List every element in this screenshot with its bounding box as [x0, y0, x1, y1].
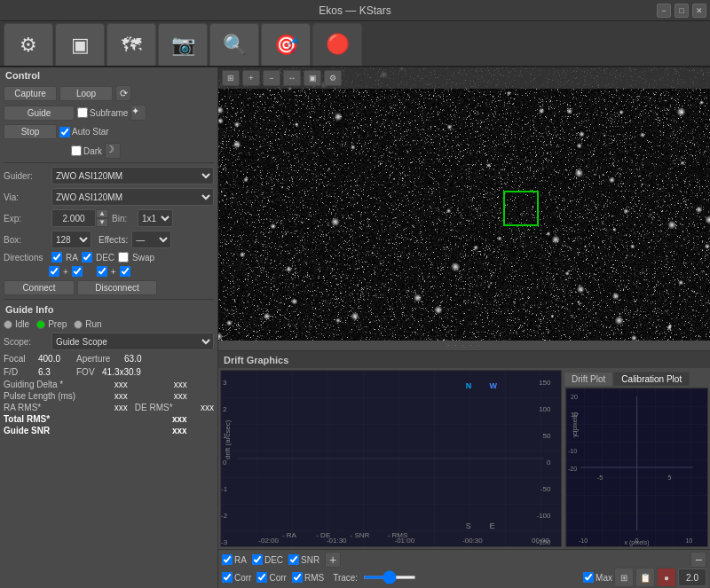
- plus-dec-checkbox[interactable]: [97, 266, 107, 277]
- grid-icon-button[interactable]: ⊞: [614, 568, 634, 587]
- svg-text:- RA: - RA: [282, 531, 297, 539]
- swap-checkbox[interactable]: [118, 252, 129, 263]
- flip-button[interactable]: ↔: [283, 70, 301, 86]
- aperture-value: 63.0: [124, 354, 141, 364]
- total-rms-row: Total RMS* xxx: [0, 413, 217, 425]
- pulse-length-dec: xxx: [131, 390, 191, 402]
- corr1-checkbox[interactable]: [222, 572, 233, 583]
- align-icon: 🔍: [223, 34, 247, 57]
- guider-select[interactable]: ZWO ASI120MM: [51, 167, 214, 184]
- dark-label: Dark: [83, 146, 102, 156]
- tab-align[interactable]: 🔍: [209, 23, 259, 66]
- maximize-button[interactable]: □: [674, 4, 689, 18]
- max-label: Max: [596, 573, 612, 583]
- focal-label: Focal: [4, 354, 35, 364]
- zoom-out-button[interactable]: −: [263, 70, 280, 86]
- ra-direction-checkbox[interactable]: [51, 252, 62, 263]
- svg-text:x (pixels): x (pixels): [624, 539, 649, 546]
- svg-text:S: S: [466, 521, 471, 530]
- tab-setup[interactable]: ⚙: [4, 23, 53, 66]
- zoom-in-button[interactable]: +: [242, 70, 260, 86]
- calibration-plot-tab[interactable]: Calibration Plot: [613, 372, 690, 386]
- exp-bin-row: Exp: ▲ ▼ Bin: 1x1: [0, 208, 217, 229]
- ra-plot-checkbox[interactable]: [222, 554, 233, 565]
- box-select[interactable]: 128: [51, 231, 91, 248]
- tab-mount[interactable]: 🔴: [312, 23, 362, 66]
- via-select[interactable]: ZWO ASI120MM: [51, 188, 214, 206]
- zoom-input[interactable]: [678, 568, 706, 586]
- resize-handle[interactable]: · · · · ·: [218, 341, 710, 350]
- connect-button[interactable]: Connect: [4, 280, 75, 295]
- drift-plot-tab[interactable]: Drift Plot: [564, 372, 613, 386]
- corr2-checkbox[interactable]: [256, 572, 267, 583]
- max-checkbox[interactable]: [583, 572, 594, 583]
- svg-text:- SNR: - SNR: [351, 531, 370, 539]
- plus-ra-checkbox[interactable]: [49, 266, 59, 277]
- drift-graphics-title: Drift Graphics: [224, 355, 288, 365]
- close-button[interactable]: ✕: [692, 4, 706, 18]
- dec-plot-checkbox[interactable]: [252, 554, 263, 565]
- guide-row: Guide Subframe ✦: [0, 103, 217, 122]
- exp-input[interactable]: [51, 209, 96, 227]
- prep-status: Prep: [36, 319, 67, 329]
- snr-checkbox[interactable]: [288, 554, 299, 565]
- title-bar: Ekos — KStars − □ ✕: [0, 0, 710, 21]
- trace-slider[interactable]: [363, 576, 416, 579]
- record-icon-button[interactable]: ●: [657, 568, 676, 587]
- guide-snr-label: Guide SNR: [0, 425, 104, 436]
- de-rms-label: DE RMS*: [131, 402, 191, 413]
- star-icon[interactable]: ✦: [130, 105, 146, 121]
- image-toolbar: ⊞ + − ↔ ▣ ⚙: [218, 67, 710, 89]
- dark-row: Dark ☽: [0, 141, 217, 161]
- ra2-checkbox[interactable]: [72, 266, 83, 277]
- graphs-header: Drift Graphics: [218, 350, 710, 368]
- settings-button[interactable]: ⚙: [324, 70, 342, 86]
- de-rms-value: xxx: [191, 402, 217, 413]
- svg-text:-100: -100: [536, 512, 551, 520]
- disconnect-button[interactable]: Disconnect: [77, 280, 157, 295]
- dec2-checkbox[interactable]: [120, 266, 130, 277]
- svg-text:-1: -1: [221, 485, 228, 493]
- directions-label: Directions: [4, 253, 48, 263]
- dark-icon[interactable]: ☽: [105, 143, 121, 159]
- effects-select[interactable]: —: [131, 231, 171, 248]
- svg-text:W: W: [490, 381, 498, 390]
- svg-text:-02:00: -02:00: [258, 537, 279, 545]
- svg-text:- DE: - DE: [316, 531, 330, 539]
- ra-direction-label: RA: [66, 253, 78, 263]
- roi-button[interactable]: ▣: [304, 70, 321, 86]
- capture-button[interactable]: Capture: [4, 86, 57, 101]
- minimize-button[interactable]: −: [657, 4, 671, 18]
- tab-camera[interactable]: 📷: [158, 23, 208, 66]
- focal-aperture-row: Focal 400.0 Aperture 63.0: [0, 352, 217, 365]
- scope-select[interactable]: Guide Scope: [51, 333, 214, 350]
- subframe-checkbox[interactable]: [77, 107, 88, 118]
- zoom-fit-button[interactable]: ⊞: [222, 70, 240, 86]
- loop-icon[interactable]: ⟳: [115, 85, 131, 101]
- plus-row: + +: [0, 264, 217, 278]
- svg-text:2: 2: [223, 405, 227, 413]
- autostar-checkbox[interactable]: [59, 127, 70, 137]
- trace-label: Trace:: [333, 573, 358, 583]
- svg-text:00:00: 00:00: [532, 537, 550, 545]
- dec-direction-label: DEC: [96, 253, 114, 263]
- copy-icon-button[interactable]: 📋: [635, 568, 655, 587]
- stop-button[interactable]: Stop: [4, 124, 57, 139]
- tab-guide[interactable]: 🎯: [261, 23, 311, 66]
- add-button[interactable]: +: [325, 552, 341, 568]
- rms-check-group: RMS: [292, 572, 324, 583]
- tab-capture[interactable]: ▣: [55, 23, 105, 66]
- remove-button[interactable]: −: [690, 552, 706, 568]
- loop-button[interactable]: Loop: [59, 86, 113, 101]
- ra-rms-value: xxx: [104, 402, 130, 413]
- dark-checkbox[interactable]: [71, 145, 82, 156]
- bin-select[interactable]: 1x1: [138, 209, 173, 227]
- dec-direction-checkbox[interactable]: [82, 252, 92, 263]
- exp-up-button[interactable]: ▲: [96, 209, 108, 218]
- effects-label: Effects:: [99, 235, 128, 245]
- rms-checkbox[interactable]: [292, 572, 303, 583]
- guide-button[interactable]: Guide: [4, 106, 75, 121]
- tab-focus[interactable]: 🗺: [106, 23, 156, 66]
- plus2-label: +: [111, 267, 116, 277]
- exp-down-button[interactable]: ▼: [96, 218, 108, 227]
